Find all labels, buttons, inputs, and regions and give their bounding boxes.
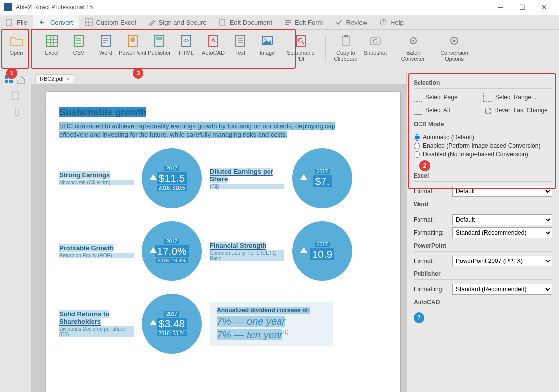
help-button[interactable]: ? — [414, 312, 424, 323]
conversion-options-button[interactable]: Conversion Options — [438, 33, 470, 65]
grid-icon — [85, 18, 93, 26]
svg-rect-5 — [285, 20, 291, 21]
section-selection: Selection — [414, 77, 552, 89]
open-button[interactable]: Open — [4, 33, 29, 65]
csv-button[interactable]: CSV — [66, 33, 91, 65]
svg-rect-0 — [7, 19, 12, 25]
word-icon — [99, 34, 113, 48]
label-format: Format: — [414, 258, 448, 264]
app-icon — [4, 3, 12, 11]
menu-convert[interactable]: Convert — [33, 15, 79, 29]
menu-edit-document[interactable]: Edit Document — [213, 15, 278, 29]
svg-point-43 — [373, 39, 377, 43]
ppt-format-select[interactable]: PowerPoint 2007 (PPTX) — [452, 256, 552, 266]
doc-body: RBC continued to achieve high-quality ea… — [59, 122, 387, 139]
search-pdf-icon — [294, 34, 308, 48]
snapshot-button[interactable]: Snapshot — [363, 33, 388, 65]
menu-file[interactable]: File — [0, 15, 33, 29]
menu-edit-form[interactable]: Edit Form — [278, 15, 329, 29]
excel-button[interactable]: Excel — [39, 33, 64, 65]
maximize-button[interactable]: ☐ — [511, 0, 533, 14]
home-icon[interactable] — [16, 74, 27, 85]
word-button[interactable]: Word — [93, 33, 118, 65]
label-format: Format: — [414, 216, 448, 223]
excel-format-select[interactable]: Default — [452, 186, 552, 197]
svg-text:<>: <> — [183, 38, 189, 43]
menu-custom-excel[interactable]: Custom Excel — [79, 15, 141, 29]
folder-icon — [9, 34, 23, 48]
word-formatting-select[interactable]: Standard (Recommended) — [452, 227, 552, 238]
menu-sign[interactable]: Sign and Secure — [142, 15, 213, 29]
attachments-icon[interactable] — [10, 106, 21, 117]
ocr-disabled-radio[interactable]: Disabled (No Image-based Conversion) — [414, 151, 552, 158]
menu-review[interactable]: Review — [329, 15, 373, 29]
word-format-select[interactable]: Default — [452, 214, 552, 225]
autocad-icon: A — [206, 34, 220, 48]
title-bar: Able2Extract Professional 15 ─ ☐ ✕ — [0, 0, 559, 15]
html-button[interactable]: <>HTML — [174, 33, 199, 65]
select-page-button[interactable]: Select Page — [414, 93, 473, 102]
menu-help[interactable]: ?Help — [373, 15, 410, 29]
svg-text:?: ? — [382, 20, 385, 25]
text-button[interactable]: Text — [228, 33, 253, 65]
document-tab[interactable]: RBC2.pdf× — [35, 74, 74, 83]
select-all-button[interactable]: Select All — [414, 106, 473, 115]
menu-bar: File Convert Custom Excel Sign and Secur… — [0, 15, 559, 30]
metric-label: Diluted Earnings per Share(C$) — [210, 168, 284, 189]
svg-rect-19 — [101, 35, 110, 46]
gear-icon — [447, 34, 461, 48]
document-viewport[interactable]: Sustainable growth RBC continued to achi… — [31, 85, 406, 392]
metric-circle: 2017$7. — [292, 148, 352, 208]
label-format: Format: — [414, 188, 448, 195]
pub-formatting-select[interactable]: Standard (Recommended) — [452, 284, 552, 295]
section-powerpoint: PowerPoint — [414, 240, 552, 252]
tab-strip: RBC2.pdf× — [31, 72, 406, 85]
form-icon — [284, 18, 292, 26]
svg-rect-51 — [9, 80, 13, 83]
svg-point-45 — [412, 40, 414, 42]
metric-circle: 201710.9 — [292, 221, 352, 281]
searchable-pdf-button[interactable]: Searchable PDF — [281, 33, 320, 65]
svg-rect-48 — [5, 75, 8, 79]
svg-point-38 — [298, 38, 302, 42]
svg-rect-26 — [156, 37, 162, 40]
close-button[interactable]: ✕ — [533, 0, 555, 14]
publisher-button[interactable]: Publisher — [147, 33, 172, 65]
page: Sustainable growth RBC continued to achi… — [46, 92, 400, 392]
svg-rect-10 — [46, 35, 57, 46]
autocad-button[interactable]: AAutoCAD — [201, 33, 226, 65]
csv-icon — [72, 34, 86, 48]
svg-rect-41 — [344, 35, 348, 37]
tab-close-icon[interactable]: × — [67, 76, 70, 82]
svg-rect-52 — [12, 92, 18, 100]
powerpoint-button[interactable]: PowerPoint — [120, 33, 145, 65]
tab-label: RBC2.pdf — [40, 76, 64, 82]
copy-clipboard-button[interactable]: Copy to Clipboard — [331, 33, 361, 65]
metric-label: Financial StrengthCommon Equity Tier 1 (… — [210, 242, 284, 261]
batch-converter-button[interactable]: Batch Converter — [398, 33, 428, 65]
svg-point-47 — [453, 40, 456, 42]
metric-row-2: Profitable GrowthReturn on Equity (ROE) … — [59, 221, 387, 281]
revert-button[interactable]: Revert Last Change — [483, 106, 548, 115]
svg-rect-7 — [285, 24, 289, 25]
help-icon: ? — [379, 18, 387, 26]
select-range-button[interactable]: Select Range... — [483, 93, 543, 102]
bookmarks-icon[interactable] — [10, 90, 21, 101]
ocr-enabled-radio[interactable]: Enabled (Perform Image-based Conversion) — [414, 142, 552, 149]
svg-rect-31 — [236, 35, 245, 46]
metric-circle: 201717.0%2016: 16.3% — [142, 221, 202, 281]
metric-circle: 2017$3.482016: $3.24 — [142, 294, 202, 354]
ppt-icon — [126, 34, 140, 48]
ribbon: Open Excel CSV Word PowerPoint Publisher… — [0, 30, 559, 72]
excel-icon — [45, 34, 59, 48]
document-area: RBC2.pdf× Sustainable growth RBC continu… — [31, 72, 406, 392]
image-button[interactable]: Image — [255, 33, 280, 65]
thumbnails-grid-icon[interactable] — [4, 74, 15, 85]
ocr-automatic-radio[interactable]: Automatic (Default) — [414, 134, 552, 141]
text-icon — [233, 34, 247, 48]
minimize-button[interactable]: ─ — [489, 0, 511, 14]
svg-rect-25 — [155, 35, 164, 46]
image-icon — [260, 34, 274, 48]
svg-rect-49 — [9, 75, 13, 79]
metric-label: Profitable GrowthReturn on Equity (ROE) — [59, 244, 134, 258]
